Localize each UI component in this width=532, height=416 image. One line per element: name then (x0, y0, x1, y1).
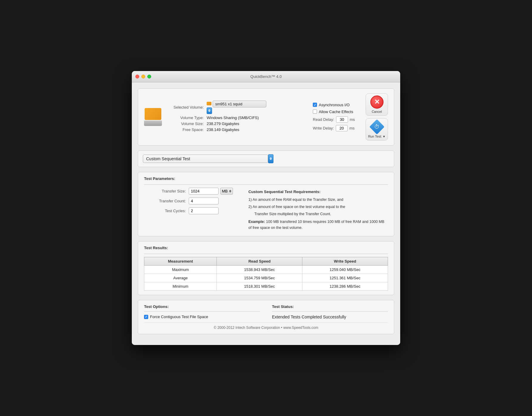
cancel-label: Cancel (372, 110, 382, 113)
arrow-down-icon (208, 111, 211, 112)
example-text: 100 MB transfered 10 times requires 100 … (248, 220, 384, 230)
read-delay-label: Read Delay: (313, 117, 334, 122)
main-window: QuickBench™ 4.0 Selected Volume: sm951 x… (132, 71, 400, 345)
drive-icon (144, 108, 162, 126)
table-row: Minimum 1518.301 MB/Sec 1238.286 MB/Sec (144, 282, 388, 291)
footer-text: © 2000-2012 Intech Software Corporation … (214, 326, 318, 330)
transfer-count-row: Transfer Count: (144, 198, 239, 204)
params-content: Transfer Size: MB Transfer Count: (144, 188, 388, 232)
bottom-content: Test Options: Force Contiguous Test File… (144, 304, 388, 319)
row-minimum-read: 1518.301 MB/Sec (217, 282, 302, 291)
action-buttons: ✕ Cancel ⏱ Run Test: ▼ (366, 93, 388, 141)
test-cycles-row: Test Cycles: (144, 207, 239, 214)
cache-effects-row: Allow Cache Effects (313, 110, 355, 114)
col-write-speed: Write Speed (302, 257, 388, 266)
options-section: Asynchronous I/O Allow Cache Effects Rea… (313, 103, 355, 131)
test-selector-section: Custom Sequential Test (138, 150, 394, 167)
run-button-wrapper: ⏱ Run Test: ▼ (366, 118, 388, 141)
async-io-row: Asynchronous I/O (313, 103, 355, 107)
test-cycles-input[interactable] (189, 207, 219, 214)
results-header-row: Measurement Read Speed Write Speed (144, 257, 388, 266)
table-row: Maximum 1538.943 MB/Sec 1259.040 MB/Sec (144, 266, 388, 274)
cache-effects-checkbox[interactable] (313, 110, 317, 114)
row-minimum-write: 1238.286 MB/Sec (302, 282, 388, 291)
volume-select-wrapper: sm951 x1 squid (207, 101, 266, 114)
row-maximum-read: 1538.943 MB/Sec (217, 266, 302, 274)
row-minimum-measurement: Minimum (144, 282, 217, 291)
minimize-button[interactable] (141, 75, 145, 78)
req-line3: Transfer Size multiplied by the Transfer… (248, 211, 388, 217)
volume-size-row: Volume Size: 238.279 Gigabytes (168, 121, 301, 126)
traffic-lights (135, 75, 151, 78)
cancel-x-icon: ✕ (374, 99, 380, 105)
close-button[interactable] (135, 75, 139, 78)
write-delay-unit: ms (349, 126, 355, 130)
stopwatch-icon: ⏱ (374, 124, 380, 130)
run-test-button[interactable]: ⏱ Run Test: ▼ (366, 118, 388, 141)
params-right: Custom Sequential Test Requirements: 1) … (248, 188, 388, 232)
cancel-icon: ✕ (370, 95, 383, 109)
transfer-count-input[interactable] (189, 198, 219, 204)
volume-size-label: Volume Size: (168, 121, 204, 126)
test-status-title: Test Status: (272, 304, 388, 309)
async-io-checkbox[interactable] (313, 103, 317, 107)
transfer-size-input[interactable] (189, 188, 219, 195)
write-delay-input[interactable] (336, 125, 348, 131)
row-average-measurement: Average (144, 274, 217, 282)
row-maximum-write: 1259.040 MB/Sec (302, 266, 388, 274)
read-delay-input[interactable] (336, 116, 348, 123)
requirements-title: Custom Sequential Test Requirements: (248, 189, 388, 195)
top-section: Selected Volume: sm951 x1 squid Volume T… (138, 88, 394, 146)
options-separator (144, 311, 260, 312)
test-cycles-label: Test Cycles: (144, 209, 186, 213)
params-separator (144, 184, 388, 185)
test-arrow-up-icon (270, 157, 272, 158)
bottom-section: Test Options: Force Contiguous Test File… (138, 300, 394, 334)
write-delay-label: Write Delay: (313, 126, 334, 130)
col-read-speed: Read Speed (217, 257, 302, 266)
row-average-read: 1534.759 MB/Sec (217, 274, 302, 282)
run-diamond-icon: ⏱ (369, 119, 384, 135)
read-delay-row: Read Delay: ms (313, 116, 355, 123)
selected-volume-row: Selected Volume: sm951 x1 squid (168, 101, 301, 114)
status-separator (272, 311, 388, 312)
free-space-label: Free Space: (168, 127, 204, 132)
titlebar: QuickBench™ 4.0 (132, 71, 400, 82)
force-contiguous-checkbox[interactable] (144, 315, 148, 319)
test-select-wrapper: Custom Sequential Test (143, 154, 389, 163)
results-separator (144, 254, 388, 254)
drive-body-icon (145, 108, 161, 120)
results-title: Test Results: (144, 246, 388, 250)
write-delay-row: Write Delay: ms (313, 125, 355, 131)
test-type-select[interactable]: Custom Sequential Test (143, 155, 268, 163)
test-arrow-down-icon (270, 159, 272, 160)
row-maximum-measurement: Maximum (144, 266, 217, 274)
table-row: Average 1534.759 MB/Sec 1251.361 MB/Sec (144, 274, 388, 282)
status-text: Extended Tests Completed Successfully (272, 315, 388, 319)
volume-select-arrow[interactable] (207, 107, 212, 114)
test-select-arrow[interactable] (268, 154, 273, 163)
params-title: Test Parameters: (144, 176, 388, 181)
transfer-size-label: Transfer Size: (144, 189, 186, 193)
results-table: Measurement Read Speed Write Speed Maxim… (144, 257, 388, 291)
example-row: Example: 100 MB transfered 10 times requ… (248, 219, 388, 231)
row-average-write: 1251.361 MB/Sec (302, 274, 388, 282)
drive-base-icon (144, 121, 162, 126)
unit-arrows (229, 190, 231, 192)
force-contiguous-label: Force Contiguous Test File Space (150, 315, 208, 319)
unit-arrow-down (229, 191, 231, 192)
col-measurement: Measurement (144, 257, 217, 266)
volume-icon (207, 102, 211, 105)
volume-select[interactable]: sm951 x1 squid (213, 101, 266, 107)
free-space-value: 238.149 Gigabytes (207, 127, 239, 132)
maximize-button[interactable] (147, 75, 151, 78)
transfer-size-unit[interactable]: MB (220, 188, 233, 195)
cancel-button[interactable]: ✕ Cancel (366, 93, 388, 116)
volume-type-label: Volume Type: (168, 115, 204, 120)
cache-effects-label: Allow Cache Effects (319, 110, 353, 114)
test-options: Test Options: Force Contiguous Test File… (144, 304, 260, 319)
results-section: Test Results: Measurement Read Speed Wri… (138, 241, 394, 295)
force-contiguous-row: Force Contiguous Test File Space (144, 315, 260, 319)
req-line2: 2) An amount of free space on the test v… (248, 204, 388, 210)
main-content: Selected Volume: sm951 x1 squid Volume T… (132, 82, 400, 345)
